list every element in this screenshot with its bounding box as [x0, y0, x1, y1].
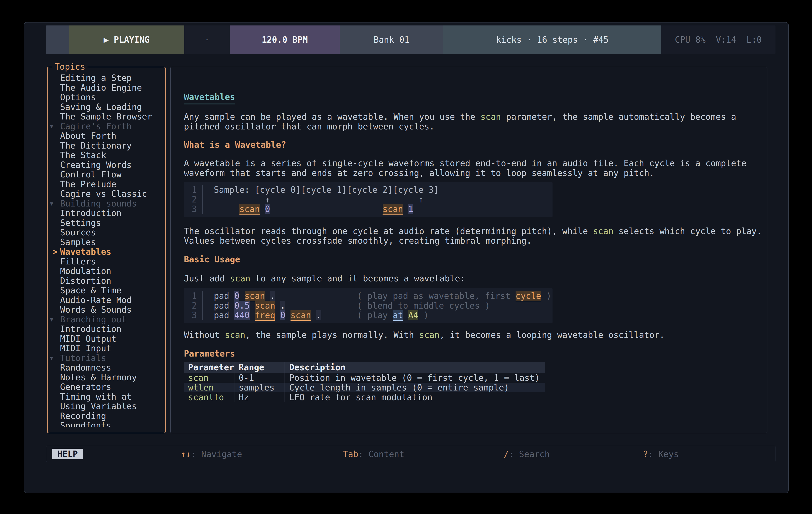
sidebar-item-label: Samples [60, 238, 96, 247]
text: , it becomes a looping wavetable oscilla… [439, 330, 665, 340]
token-hl: scan [290, 310, 311, 320]
token-hl: scan [255, 301, 275, 310]
text [275, 301, 280, 310]
token-kw: scan [225, 330, 245, 340]
sidebar-item[interactable]: Cagire vs Classic [48, 189, 165, 199]
sidebar-item[interactable]: About Forth [48, 131, 165, 141]
token-hl: freq [255, 310, 275, 320]
text: to any sample and it becomes a wavetable… [250, 274, 465, 283]
keybar: HELP ↑↓: NavigateTab: Content/: Search?:… [46, 446, 776, 462]
footer-hint: Tab: Content [343, 449, 404, 459]
token-num: 440 [234, 310, 250, 320]
code-example-basic-usage: 123pad 0 scan . ( play pad as wavetable,… [184, 288, 552, 323]
sidebar-item[interactable]: Using Variables [48, 401, 165, 411]
transport-indicator[interactable]: ▶ PLAYING [69, 26, 184, 54]
sidebar-item[interactable]: Audio-Rate Mod [48, 295, 165, 305]
sidebar-item[interactable]: Filters [48, 257, 165, 267]
sidebar-item-label: MIDI Input [60, 343, 111, 353]
bank-display[interactable]: Bank 01 [340, 26, 443, 54]
separator-dot-icon: · [204, 35, 210, 44]
sidebar-item[interactable]: The Audio Engine [48, 83, 165, 93]
help-content-pane[interactable]: Wavetables Any sample can be played as a… [170, 67, 767, 433]
sidebar-item[interactable]: The Dictionary [48, 141, 165, 151]
sidebar-item[interactable]: The Sample Browser [48, 112, 165, 122]
sidebar-item[interactable]: Space & Time [48, 286, 165, 295]
collapse-arrow-icon: ▼ [48, 199, 60, 209]
sidebar-item-label: Notes & Harmony [60, 373, 137, 383]
sidebar-item[interactable]: Randomness [48, 363, 165, 373]
token-hl: scan [239, 204, 260, 214]
sidebar-item[interactable]: Soundfonts [48, 421, 165, 427]
text [250, 301, 255, 310]
text: pad [214, 301, 234, 310]
token-arrow: ↑ [265, 194, 270, 204]
pattern-info[interactable]: kicks · 16 steps · #45 [443, 26, 661, 54]
sidebar-item[interactable]: Recording [48, 411, 165, 421]
sidebar-item[interactable]: Introduction [48, 208, 165, 218]
sidebar-item-label: Space & Time [60, 286, 121, 295]
sidebar-item[interactable]: Introduction [48, 324, 165, 334]
sidebar-item-label: The Dictionary [60, 141, 132, 151]
token-arrow: ↑ [418, 194, 424, 204]
sidebar-item[interactable]: The Prelude [48, 180, 165, 189]
marker-spacer [48, 102, 60, 112]
code-line: pad 440 freq 0 scan . ( play at A4 ) [214, 310, 551, 320]
sidebar-item-label: Filters [60, 257, 96, 267]
text: Just add [184, 274, 230, 283]
sidebar-item-label: Building sounds [60, 199, 137, 209]
table-cell: Position in wavetable (0 = first cycle, … [285, 373, 545, 383]
sidebar-item[interactable]: MIDI Output [48, 334, 165, 344]
sidebar-item[interactable]: Timing with at [48, 392, 165, 402]
hint-key: / [504, 449, 509, 459]
sidebar-item-label: Branching out [60, 315, 126, 325]
status-gap: · [184, 26, 230, 54]
text [214, 204, 239, 214]
sidebar-item-label: Audio-Rate Mod [60, 295, 132, 305]
line-number: 1 [184, 185, 197, 195]
text [321, 310, 357, 320]
hint-key: ? [643, 449, 648, 459]
sidebar-item[interactable]: Notes & Harmony [48, 373, 165, 383]
collapse-arrow-icon: ▼ [48, 315, 60, 325]
line-number: 3 [184, 204, 197, 214]
sidebar-item[interactable]: Saving & Loading [48, 102, 165, 112]
sidebar-item-label: Introduction [60, 208, 121, 218]
topics-list[interactable]: Editing a Step The Audio Engine Options … [48, 67, 165, 427]
marker-spacer [48, 363, 60, 373]
marker-spacer [48, 305, 60, 315]
sidebar-item[interactable]: Modulation [48, 266, 165, 276]
sidebar-item[interactable]: Words & Sounds [48, 305, 165, 315]
sidebar-item[interactable]: Creating Words [48, 160, 165, 170]
token-cm: ( blend to middle cycles ) [357, 301, 490, 310]
code-line: pad 0 scan . ( play pad as wavetable, fi… [214, 291, 551, 301]
token-cm: ( play [357, 310, 393, 320]
sidebar-item-label: The Prelude [60, 180, 116, 189]
sidebar-item[interactable]: Editing a Step [48, 73, 165, 83]
sidebar-section[interactable]: ▼Building sounds [48, 199, 165, 209]
marker-spacer [48, 112, 60, 122]
sidebar-section[interactable]: ▼Branching out [48, 315, 165, 325]
token-num: 0 [280, 310, 285, 320]
doc-paragraph: Just add scan to any sample and it becom… [184, 274, 763, 283]
sidebar-section[interactable]: ▼Tutorials [48, 353, 165, 363]
marker-spacer [48, 150, 60, 160]
sidebar-item[interactable]: Generators [48, 382, 165, 392]
help-mode-badge: HELP [52, 449, 83, 459]
sidebar-item[interactable]: Options [48, 93, 165, 102]
token-a4: A4 [408, 310, 418, 320]
text: Sample: [cycle 0][cycle 1][cycle 2][cycl… [214, 185, 439, 194]
doc-title: Wavetables [184, 92, 235, 104]
bpm-display[interactable]: 120.0 BPM [230, 26, 340, 54]
sidebar-item[interactable]: The Stack [48, 150, 165, 160]
sidebar-item[interactable]: Sources [48, 228, 165, 238]
sidebar-item[interactable]: Settings [48, 218, 165, 228]
marker-spacer [48, 286, 60, 295]
sidebar-item[interactable]: Control Flow [48, 170, 165, 180]
sidebar-item[interactable]: MIDI Input [48, 343, 165, 353]
sidebar-item[interactable]: Samples [48, 238, 165, 247]
sidebar-item[interactable]: Distortion [48, 276, 165, 286]
sidebar-section[interactable]: ▼Cagire's Forth [48, 122, 165, 131]
sidebar-item-selected[interactable]: >Wavetables [48, 247, 165, 257]
token-at: at [393, 310, 403, 320]
text: A wavetable is a series of single-cycle … [184, 158, 746, 178]
